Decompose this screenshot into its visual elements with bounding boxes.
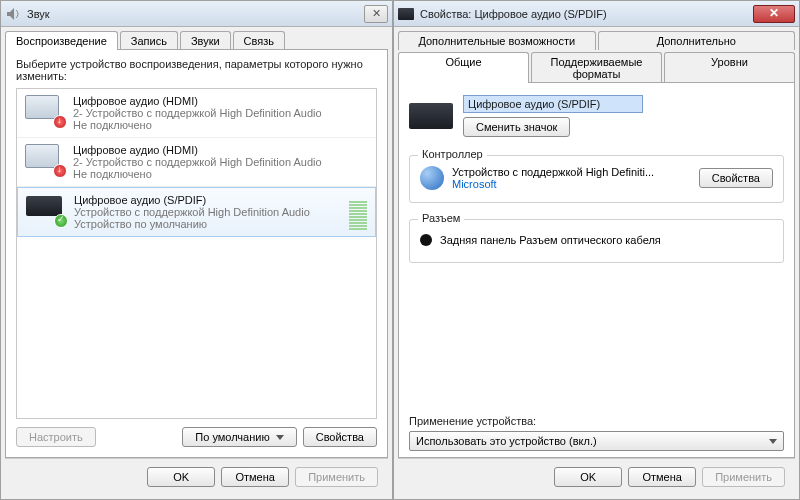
device-subtitle: 2- Устройство с поддержкой High Definiti… (73, 156, 368, 168)
chevron-down-icon (276, 435, 284, 440)
device-subtitle: Устройство с поддержкой High Definition … (74, 206, 343, 218)
properties-window: Свойства: Цифровое аудио (S/PDIF) ✕ Допо… (393, 0, 800, 500)
window-title: Звук (27, 8, 364, 20)
level-meter (349, 194, 367, 230)
tab-general[interactable]: Общие (398, 52, 529, 83)
device-status: Не подключено (73, 168, 368, 180)
device-name-input[interactable] (463, 95, 643, 113)
usage-select[interactable]: Использовать это устройство (вкл.) (409, 431, 784, 451)
device-status: Не подключено (73, 119, 368, 131)
device-subtitle: 2- Устройство с поддержкой High Definiti… (73, 107, 368, 119)
properties-button[interactable]: Свойства (303, 427, 377, 447)
controller-vendor-link[interactable]: Microsoft (452, 178, 691, 190)
chevron-down-icon (769, 439, 777, 444)
ok-button[interactable]: OK (147, 467, 215, 487)
general-panel: Сменить значок Контроллер Устройство с п… (398, 82, 795, 458)
device-name: Цифровое аудио (HDMI) (73, 95, 368, 107)
device-list[interactable]: Цифровое аудио (HDMI) 2- Устройство с по… (16, 88, 377, 419)
tab-advanced[interactable]: Дополнительно (598, 31, 796, 50)
configure-button: Настроить (16, 427, 96, 447)
controller-group: Контроллер Устройство с поддержкой High … (409, 155, 784, 203)
controller-name: Устройство с поддержкой High Definiti... (452, 166, 691, 178)
monitor-icon (25, 144, 65, 176)
tab-panel: Выберите устройство воспроизведения, пар… (5, 49, 388, 458)
jack-color-icon (420, 234, 432, 246)
sound-window: Звук ✕ Воспроизведение Запись Звуки Связ… (0, 0, 393, 500)
status-disconnected-icon (53, 115, 67, 129)
tab-sounds[interactable]: Звуки (180, 31, 231, 50)
apply-button: Применить (295, 467, 378, 487)
device-large-icon (409, 101, 453, 131)
speaker-icon (5, 6, 21, 22)
dialog-buttons: OK Отмена Применить (5, 458, 388, 495)
instruction-text: Выберите устройство воспроизведения, пар… (16, 58, 377, 82)
jack-group: Разъем Задняя панель Разъем оптического … (409, 219, 784, 263)
tabs-row-1: Дополнительные возможности Дополнительно (394, 27, 799, 50)
change-icon-button[interactable]: Сменить значок (463, 117, 570, 137)
controller-properties-button[interactable]: Свойства (699, 168, 773, 188)
device-item-selected[interactable]: Цифровое аудио (S/PDIF) Устройство с под… (17, 187, 376, 237)
close-button[interactable]: ✕ (364, 5, 388, 23)
set-default-button[interactable]: По умолчанию (182, 427, 296, 447)
tabs: Воспроизведение Запись Звуки Связь (1, 27, 392, 50)
device-status: Устройство по умолчанию (74, 218, 343, 230)
tab-levels[interactable]: Уровни (664, 52, 795, 83)
tab-supported-formats[interactable]: Поддерживаемые форматы (531, 52, 662, 83)
window-title: Свойства: Цифровое аудио (S/PDIF) (420, 8, 753, 20)
ok-button[interactable]: OK (554, 467, 622, 487)
controller-legend: Контроллер (418, 148, 487, 160)
usage-label: Применение устройства: (409, 415, 784, 427)
tab-enhancements[interactable]: Дополнительные возможности (398, 31, 596, 50)
jack-legend: Разъем (418, 212, 464, 224)
controller-icon (420, 166, 444, 190)
cancel-button[interactable]: Отмена (628, 467, 696, 487)
usage-value: Использовать это устройство (вкл.) (416, 435, 597, 447)
device-item[interactable]: Цифровое аудио (HDMI) 2- Устройство с по… (17, 138, 376, 187)
status-default-icon (54, 214, 68, 228)
tab-recording[interactable]: Запись (120, 31, 178, 50)
close-button[interactable]: ✕ (753, 5, 795, 23)
titlebar[interactable]: Свойства: Цифровое аудио (S/PDIF) ✕ (394, 1, 799, 27)
titlebar[interactable]: Звук ✕ (1, 1, 392, 27)
set-default-label: По умолчанию (195, 431, 269, 443)
status-disconnected-icon (53, 164, 67, 178)
apply-button: Применить (702, 467, 785, 487)
device-item[interactable]: Цифровое аудио (HDMI) 2- Устройство с по… (17, 89, 376, 138)
spdif-icon (26, 194, 66, 226)
dialog-buttons: OK Отмена Применить (398, 458, 795, 495)
device-name: Цифровое аудио (HDMI) (73, 144, 368, 156)
cancel-button[interactable]: Отмена (221, 467, 289, 487)
tabs-row-2: Общие Поддерживаемые форматы Уровни (394, 52, 799, 83)
device-name: Цифровое аудио (S/PDIF) (74, 194, 343, 206)
monitor-icon (25, 95, 65, 127)
spdif-icon (398, 8, 414, 20)
jack-text: Задняя панель Разъем оптического кабеля (440, 234, 661, 246)
tab-communications[interactable]: Связь (233, 31, 285, 50)
tab-playback[interactable]: Воспроизведение (5, 31, 118, 50)
